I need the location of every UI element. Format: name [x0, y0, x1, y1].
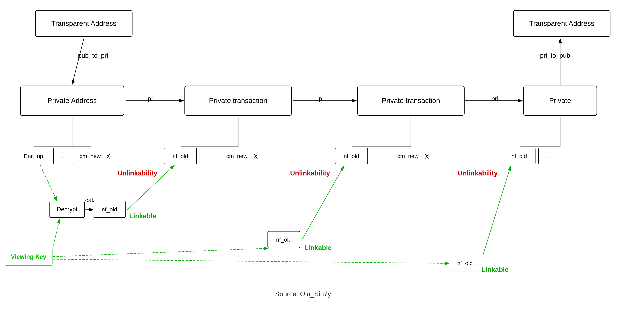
decrypt-box: Decrypt [50, 201, 85, 218]
nf-old-1-box: nf_old [164, 148, 197, 164]
pri-to-pub-label: pri_to_pub [540, 52, 570, 59]
viewing-key-box: Viewing Key [5, 248, 52, 266]
dots-3-box: ... [371, 148, 388, 164]
linkable-1: Linkable [129, 212, 156, 220]
linkable-2: Linkable [304, 244, 332, 252]
svg-line-30 [254, 154, 258, 158]
svg-line-33 [425, 154, 428, 158]
transparent-address-2: Transparent Address [513, 10, 610, 37]
pri-label-3: pri [492, 95, 498, 102]
unlinkability-3: Unlinkability [458, 170, 498, 177]
svg-line-42 [483, 166, 511, 255]
nf-old-2-box: nf_old [335, 148, 368, 164]
svg-line-41 [53, 259, 450, 263]
svg-line-40 [302, 166, 344, 240]
cal-label: cal [85, 196, 93, 204]
svg-line-36 [40, 165, 57, 201]
source-label: Source: Ola_Sin7y [275, 290, 331, 298]
dots-4-box: ... [538, 148, 555, 164]
linkable-3: Linkable [481, 266, 508, 274]
diagram-container: Transparent Address Private Address Priv… [0, 0, 644, 309]
svg-line-31 [254, 154, 258, 158]
svg-line-4 [72, 38, 84, 85]
nf-old-right-box: nf_old [448, 255, 481, 272]
pri-label-2: pri [319, 95, 326, 102]
enc-np-box: Enc_np [17, 148, 50, 164]
svg-line-34 [425, 154, 428, 158]
svg-line-35 [53, 219, 60, 248]
dots-2-box: ... [200, 148, 216, 164]
private-transaction-2: Private transaction [357, 86, 464, 116]
unlinkability-1: Unlinkability [118, 170, 157, 177]
private-transaction-1: Private transaction [184, 86, 292, 116]
unlinkability-2: Unlinkability [290, 170, 330, 177]
cm-new-1-box: cm_new [73, 148, 107, 164]
pri-label-1: pri [148, 95, 155, 102]
nf-old-mid-box: nf_old [268, 231, 300, 248]
pub-to-pri-label: pub_to_pri [78, 52, 108, 59]
transparent-address-1: Transparent Address [35, 10, 132, 37]
cm-new-2-box: cm_new [220, 148, 254, 164]
cm-new-3-box: cm_new [391, 148, 425, 164]
cal-nf-old-box: nf_old [93, 201, 126, 218]
nf-old-3-box: nf_old [503, 148, 536, 164]
dots-1-box: ... [53, 148, 70, 164]
private-box: Private [523, 86, 597, 116]
private-address: Private Address [20, 86, 124, 116]
svg-line-39 [53, 248, 268, 257]
